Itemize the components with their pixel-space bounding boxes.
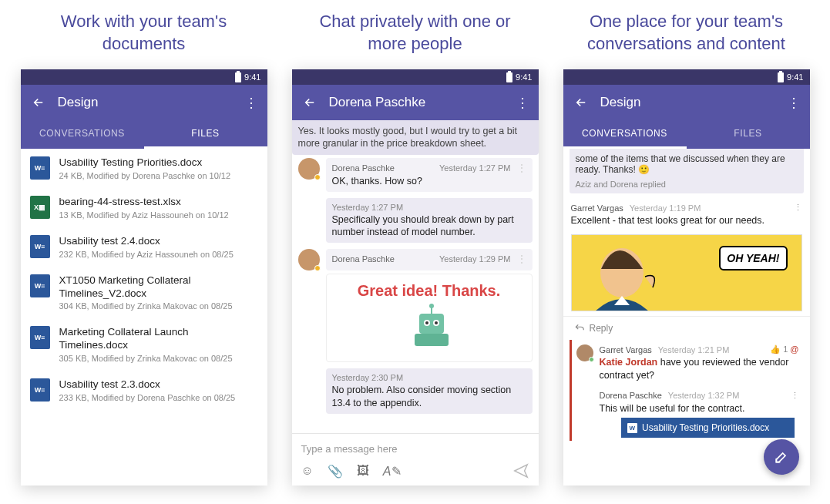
overflow-menu[interactable]: ⋯ [244, 96, 260, 109]
message-time: Yesterday 1:29 PM [439, 254, 511, 264]
robot-sticker-icon [405, 300, 459, 354]
timestamp: Yesterday 1:19 PM [630, 203, 701, 213]
status-bar: 9:41 [292, 69, 539, 85]
tab-conversations[interactable]: CONVERSATIONS [21, 120, 144, 149]
emoji-icon[interactable]: ☺ [301, 464, 314, 478]
comic-speech-bubble: OH YEAH! [719, 246, 787, 270]
status-bar: 9:41 [563, 69, 810, 85]
screen-title: Design [58, 95, 246, 110]
back-button[interactable] [301, 94, 318, 111]
overflow-menu[interactable]: ⋯ [786, 96, 803, 109]
attach-icon[interactable]: 📎 [328, 464, 343, 479]
word-file-icon: W≡ [30, 378, 50, 402]
reply-icon [574, 323, 585, 334]
file-row[interactable]: W≡Marketing Collateral Launch Timelines.… [21, 318, 267, 371]
mention-count[interactable]: @ [790, 344, 798, 354]
file-name: Usability test 2.3.docx [59, 378, 258, 391]
timestamp: Yesterday 1:21 PM [658, 345, 730, 354]
svg-point-5 [435, 321, 438, 324]
message-time: Yesterday 2:30 PM [332, 373, 404, 382]
message-time: Yesterday 1:27 PM [439, 163, 511, 173]
word-file-icon: W≡ [30, 156, 50, 180]
format-icon[interactable]: A✎ [383, 464, 402, 479]
battery-icon [235, 72, 241, 82]
word-file-icon: W≡ [30, 274, 50, 297]
message-body: Katie Jordan have you reviewed the vendo… [600, 356, 799, 381]
tab-conversations[interactable]: CONVERSATIONS [563, 120, 687, 149]
avatar[interactable] [576, 344, 593, 361]
battery-icon [778, 72, 784, 82]
file-row[interactable]: W≡Usability Testing Priorities.docx24 KB… [21, 149, 267, 188]
file-name: Usability test 2.4.docx [59, 235, 258, 248]
file-row[interactable]: W≡XT1050 Marketing Collateral Timelines_… [21, 267, 267, 319]
send-icon[interactable] [512, 462, 529, 479]
like-icon[interactable]: 👍 1 [770, 344, 788, 354]
status-bar: 9:41 [21, 69, 267, 85]
file-name: bearing-44-stress-test.xlsx [59, 196, 258, 209]
headline-2: Chat privately with one or more people [292, 0, 539, 69]
compose-icon [774, 449, 789, 465]
message-input[interactable]: Type a message here [300, 438, 531, 459]
avatar[interactable] [298, 249, 320, 270]
svg-rect-1 [415, 334, 449, 346]
replies-summary[interactable]: Aziz and Dorena replied [576, 180, 798, 189]
avatar[interactable] [298, 158, 320, 180]
word-file-icon: W≡ [30, 326, 50, 349]
message-menu-icon[interactable]: ⋮ [794, 203, 802, 213]
sticker-message[interactable]: Great idea! Thanks. [326, 274, 533, 362]
message-sender: Dorena Paschke [332, 163, 395, 173]
svg-point-7 [429, 304, 434, 308]
file-row[interactable]: W≡Usability test 2.3.docx233 KB, Modifie… [21, 371, 267, 410]
phone-files: 9:41 Design ⋯ CONVERSATIONS FILES W≡Usab… [21, 69, 267, 486]
tab-files[interactable]: FILES [144, 120, 267, 149]
svg-point-4 [425, 321, 428, 324]
status-time: 9:41 [244, 72, 260, 82]
message-body: Excellent - that test looks great for ou… [571, 214, 802, 227]
compose-fab[interactable] [764, 439, 799, 475]
file-row[interactable]: W≡Usability test 2.4.docx232 KB, Modifie… [21, 227, 267, 267]
tab-bar: CONVERSATIONS FILES [563, 120, 810, 149]
conversation-feed[interactable]: some of the items that we discussed when… [563, 149, 810, 486]
word-file-icon: W [627, 423, 638, 433]
comic-person-icon [572, 234, 695, 311]
file-name: Usability Testing Priorities.docx [59, 156, 258, 170]
file-name: XT1050 Marketing Collateral Timelines_V2… [59, 274, 258, 301]
file-row[interactable]: X▦bearing-44-stress-test.xlsx13 KB, Modi… [21, 188, 267, 227]
message-menu-icon[interactable]: ⋮ [517, 254, 526, 264]
status-time: 9:41 [787, 72, 803, 82]
chat-title: Dorena Paschke [329, 95, 517, 110]
file-meta: 232 KB, Modified by Aziz Hassouneh on 08… [59, 250, 258, 259]
headline-1: Work with your team's documents [21, 0, 267, 69]
chat-messages[interactable]: Yes. It looks mostly good, but I would t… [292, 120, 539, 433]
app-bar: Dorena Paschke ⋯ [292, 85, 539, 120]
excel-file-icon: X▦ [30, 196, 50, 219]
tab-files[interactable]: FILES [687, 120, 810, 149]
message-menu-icon[interactable]: ⋮ [517, 163, 526, 173]
thread-card[interactable]: some of the items that we discussed when… [570, 149, 804, 193]
screen-title: Design [600, 95, 788, 110]
message-body: No problem. Also consider moving section… [332, 384, 526, 409]
compose-area: Type a message here ☺ 📎 🖼 A✎ [292, 433, 539, 486]
message-menu-icon[interactable]: ⋮ [791, 391, 799, 401]
status-time: 9:41 [516, 72, 532, 82]
back-button[interactable] [30, 94, 47, 111]
message-sender: Dorena Paschke [332, 254, 395, 264]
files-list[interactable]: W≡Usability Testing Priorities.docx24 KB… [21, 149, 267, 486]
message-bubble[interactable]: Yes. It looks mostly good, but I would t… [292, 120, 539, 155]
mention[interactable]: Katie Jordan [600, 357, 658, 368]
gif-attachment[interactable]: OH YEAH! [571, 234, 802, 311]
file-meta: 24 KB, Modified by Dorena Paschke on 10/… [59, 171, 258, 180]
file-attachment[interactable]: W Usability Testing Priorities.docx [621, 418, 795, 438]
file-meta: 13 KB, Modified by Aziz Hassouneh on 10/… [59, 210, 258, 220]
image-icon[interactable]: 🖼 [357, 464, 369, 478]
overflow-menu[interactable]: ⋯ [515, 96, 532, 109]
back-button[interactable] [573, 94, 590, 111]
author-name: Garret Vargas [600, 345, 652, 354]
phone-conversations: 9:41 Design ⋯ CONVERSATIONS FILES some o… [563, 69, 810, 486]
file-meta: 233 KB, Modified by Dorena Paschke on 08… [59, 393, 258, 402]
message-body: This will be useful for the contract. [600, 402, 799, 415]
tab-bar: CONVERSATIONS FILES [21, 120, 267, 149]
reply-button[interactable]: Reply [563, 316, 810, 340]
file-name: Marketing Collateral Launch Timelines.do… [59, 326, 258, 352]
timestamp: Yesterday 1:32 PM [668, 391, 740, 400]
